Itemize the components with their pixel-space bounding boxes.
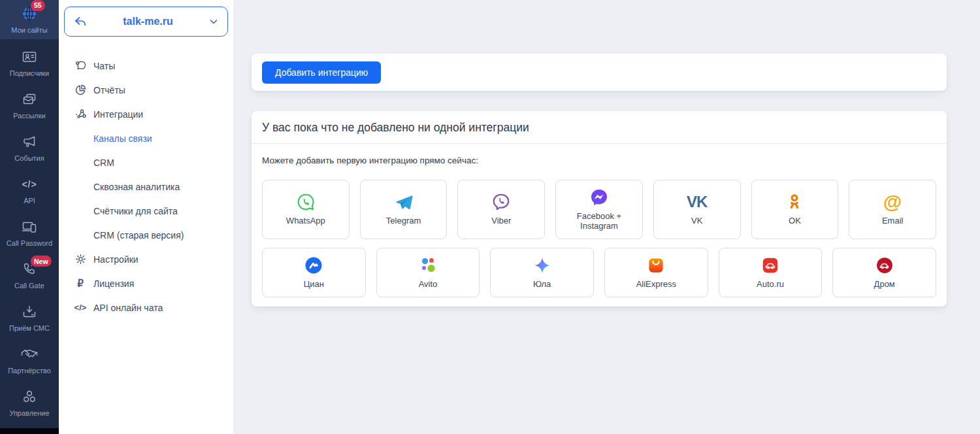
sidebar-item-label: Приём СМС xyxy=(9,324,50,332)
code-icon: </> xyxy=(22,179,37,190)
code-icon: </> xyxy=(74,303,87,312)
menu-item-label: API онлайн чата xyxy=(93,303,163,313)
tile-label: Email xyxy=(882,216,904,226)
integration-tile-cian[interactable]: Циан xyxy=(262,248,366,297)
ruble-icon: ₽ xyxy=(77,278,84,290)
sidebar-item-subscribers[interactable]: Подписчики xyxy=(0,42,59,84)
tile-label: Циан xyxy=(304,280,324,290)
integration-tile-drom[interactable]: Дром xyxy=(832,248,936,297)
sidebar-item-api[interactable]: </> API xyxy=(0,169,59,212)
toolbar-card: Добавить интеграцию xyxy=(252,54,947,91)
viber-icon xyxy=(491,192,511,212)
integration-tile-telegram[interactable]: Telegram xyxy=(360,180,448,239)
sidebar-item-partnership[interactable]: Партнёрство xyxy=(0,339,59,382)
tile-label: Дром xyxy=(874,280,895,290)
menu-item-license[interactable]: ₽ Лицензия xyxy=(74,271,233,295)
tile-label: VK xyxy=(691,216,702,226)
sidebar-item-label: События xyxy=(14,154,44,162)
menu-item-label: CRM xyxy=(93,158,114,168)
sidebar-item-label: Call Gate xyxy=(14,282,44,290)
inbox-download-icon xyxy=(21,303,38,320)
mailing-envelopes-icon xyxy=(21,91,38,108)
site-selector[interactable]: talk-me.ru xyxy=(64,7,228,37)
menu-item-chat-api[interactable]: </> API онлайн чата xyxy=(74,295,233,320)
messenger-icon xyxy=(589,188,609,207)
yula-icon xyxy=(532,256,552,275)
nodes-icon xyxy=(74,108,87,120)
integration-tile-yula[interactable]: Юла xyxy=(490,248,594,297)
drom-icon xyxy=(875,256,894,275)
menu-item-label: CRM (старая версия) xyxy=(93,230,184,241)
aliexpress-icon xyxy=(646,256,666,275)
menu-item-label: Настройки xyxy=(93,254,139,265)
handshake-icon xyxy=(20,346,39,363)
my-sites-count-badge: 55 xyxy=(31,0,45,11)
cian-icon xyxy=(304,256,323,275)
menu-item-chats[interactable]: Чаты xyxy=(74,54,233,78)
tile-label: AliExpress xyxy=(636,280,676,290)
empty-state-subtitle: Можете добавить первую интеграцию прямо … xyxy=(262,156,936,165)
tile-label: Telegram xyxy=(386,216,421,226)
chat-bubble-icon xyxy=(74,59,87,72)
menu-item-label: Лицензия xyxy=(93,278,134,289)
subscribers-card-icon xyxy=(21,48,38,65)
tile-label: OK xyxy=(789,216,801,226)
primary-sidebar: 55 Мои сайты Подписчики xyxy=(0,0,59,434)
sidebar-item-call-gate[interactable]: New Call Gate xyxy=(0,254,59,297)
integration-tile-avito[interactable]: Avito xyxy=(376,248,480,297)
integration-tile-email[interactable]: @ Email xyxy=(849,180,936,239)
site-name: talk-me.ru xyxy=(88,16,208,27)
integration-tile-vk[interactable]: VK VK xyxy=(653,180,741,239)
integration-tile-aliexpress[interactable]: AliExpress xyxy=(604,248,708,297)
tile-label: Auto.ru xyxy=(757,280,784,290)
site-menu: Чаты Отчёты Интеграции xyxy=(59,37,233,320)
tile-label: Viber xyxy=(491,216,511,226)
sidebar-item-label: Подписчики xyxy=(10,69,50,77)
integration-tile-auto-ru[interactable]: Auto.ru xyxy=(719,248,823,297)
sidebar-item-label: Рассылки xyxy=(13,112,45,120)
megaphone-icon xyxy=(21,133,38,150)
integrations-card: У вас пока что не добавлено ни одной инт… xyxy=(252,111,947,307)
whatsapp-icon xyxy=(296,192,316,212)
menu-item-site-counters[interactable]: Счётчики для сайта xyxy=(74,199,233,223)
menu-item-channels[interactable]: Каналы связи xyxy=(74,126,233,150)
avito-icon xyxy=(418,256,438,275)
empty-state-title: У вас пока что не добавлено ни одной инт… xyxy=(252,111,947,144)
menu-item-label: Счётчики для сайта xyxy=(93,206,178,216)
menu-item-crm[interactable]: CRM xyxy=(74,150,233,175)
sidebar-item-label: API xyxy=(24,197,35,205)
rail-bottom-strip xyxy=(0,428,59,434)
tile-label: Facebook + Instagram xyxy=(560,212,638,231)
email-at-icon: @ xyxy=(883,193,902,212)
menu-item-settings[interactable]: Настройки xyxy=(74,247,233,271)
integration-tile-whatsapp[interactable]: WhatsApp xyxy=(262,180,350,239)
vk-icon: VK xyxy=(687,193,707,211)
pie-chart-icon xyxy=(74,84,87,96)
auto-ru-icon xyxy=(760,256,780,275)
integration-tile-facebook-instagram[interactable]: Facebook + Instagram xyxy=(555,180,643,239)
sidebar-item-events[interactable]: События xyxy=(0,127,59,169)
sidebar-item-label: Управление xyxy=(9,409,49,417)
menu-item-reports[interactable]: Отчёты xyxy=(74,78,233,102)
integration-tile-viber[interactable]: Viber xyxy=(457,180,545,239)
sidebar-item-mailings[interactable]: Рассылки xyxy=(0,84,59,127)
cubes-icon xyxy=(21,388,38,405)
menu-item-analytics[interactable]: Сквозная аналитика xyxy=(74,175,233,199)
sidebar-item-my-sites[interactable]: 55 Мои сайты xyxy=(0,0,59,39)
menu-item-label: Чаты xyxy=(93,61,115,71)
menu-item-label: Каналы связи xyxy=(93,133,152,144)
add-integration-button[interactable]: Добавить интеграцию xyxy=(262,61,381,84)
sidebar-item-label: Call Password xyxy=(7,239,52,247)
menu-item-label: Интеграции xyxy=(93,109,143,120)
gear-icon xyxy=(74,253,87,265)
menu-item-crm-old[interactable]: CRM (старая версия) xyxy=(74,223,233,247)
sidebar-item-label: Мои сайты xyxy=(11,26,47,34)
menu-item-integrations[interactable]: Интеграции xyxy=(74,102,233,126)
app-window: 55 Мои сайты Подписчики xyxy=(0,0,980,434)
sidebar-item-sms[interactable]: Приём СМС xyxy=(0,297,59,339)
integration-tile-ok[interactable]: OK xyxy=(751,180,839,239)
sidebar-item-call-password[interactable]: Call Password xyxy=(0,212,59,254)
integration-tiles-row-2: Циан Avito xyxy=(262,248,936,297)
sidebar-item-management[interactable]: Управление xyxy=(0,382,59,424)
chevron-down-icon xyxy=(208,16,219,27)
